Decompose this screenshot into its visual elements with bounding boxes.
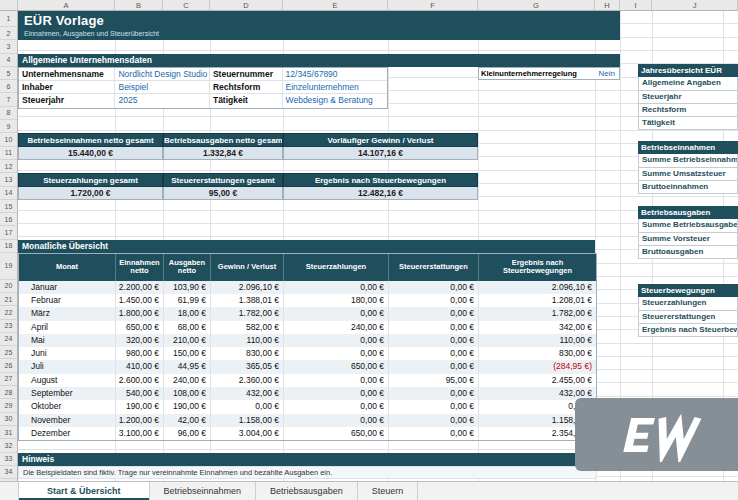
nav-link-bruttoeinnahmen[interactable]: Bruttoeinnahmen — [638, 181, 738, 194]
tax-payments-value[interactable]: 1.720,00 € — [18, 187, 163, 200]
cell-monat[interactable]: April — [19, 321, 116, 334]
preliminary-profit-value[interactable]: 14.107,16 € — [283, 147, 478, 160]
cell-einnahmen[interactable]: 540,00 € — [116, 387, 164, 400]
company-name-field[interactable]: Nordlicht Design Studio — [115, 68, 209, 81]
cell-gewinn[interactable]: 110,00 € — [211, 334, 284, 347]
nav-link-steuerjahr[interactable]: Steuerjahr — [638, 91, 738, 104]
tax-refunds-value[interactable]: 95,00 € — [163, 187, 283, 200]
row-header-cell[interactable]: 12 — [0, 160, 17, 173]
cell-erstattungen[interactable]: 0,00 € — [389, 281, 479, 294]
cell-gewinn[interactable]: 432,00 € — [211, 387, 284, 400]
nav-link-taetigkeit[interactable]: Tätigkeit — [638, 117, 738, 130]
row-header-cell[interactable]: 3 — [0, 40, 17, 53]
cell-ergebnis[interactable]: 1.208,01 € — [479, 294, 596, 307]
cell-ausgaben[interactable]: 42,00 € — [164, 414, 211, 427]
cell-ausgaben[interactable]: 103,90 € — [164, 281, 211, 294]
cell-ergebnis[interactable]: 110,00 € — [479, 334, 596, 347]
cell-monat[interactable]: März — [19, 307, 116, 320]
row-header-cell[interactable]: 32 — [0, 439, 17, 452]
cell-ausgaben[interactable]: 61,99 € — [164, 294, 211, 307]
cell-ergebnis[interactable]: 1.782,00 € — [479, 307, 596, 320]
tab-betriebseinnahmen[interactable]: Betriebseinnahmen — [150, 482, 257, 500]
row-header-cell[interactable]: 4 — [0, 54, 17, 67]
cell-einnahmen[interactable]: 1.800,00 € — [116, 307, 164, 320]
cell-erstattungen[interactable]: 0,00 € — [389, 307, 479, 320]
cell-gewinn[interactable]: 365,05 € — [211, 360, 284, 373]
tab-start-uebersicht[interactable]: Start & Übersicht — [18, 482, 150, 500]
cell-einnahmen[interactable]: 650,00 € — [116, 321, 164, 334]
cell-gewinn[interactable]: 582,00 € — [211, 321, 284, 334]
column-header-cell[interactable]: J — [652, 0, 738, 10]
row-header-cell[interactable]: 18 — [0, 240, 17, 253]
cell-ausgaben[interactable]: 96,00 € — [164, 427, 211, 440]
cell-zahlungen[interactable]: 650,00 € — [284, 360, 389, 373]
row-header-cell[interactable]: 17 — [0, 226, 17, 239]
cell-ergebnis[interactable]: 2.096,10 € — [479, 281, 596, 294]
cell-gewinn[interactable]: 830,00 € — [211, 347, 284, 360]
column-header-cell[interactable]: B — [115, 0, 163, 10]
cell-zahlungen[interactable]: 0,00 € — [284, 307, 389, 320]
row-header-cell[interactable]: 21 — [0, 293, 17, 306]
column-header-cell[interactable]: H — [595, 0, 620, 10]
nav-link-summe-umsatzsteuer[interactable]: Summe Umsatzsteuer — [638, 168, 738, 181]
row-header-cell[interactable]: 34 — [0, 466, 17, 479]
nav-link-ergebnis-nach-steuern[interactable]: Ergebnis nach Steuerbewegungen — [638, 324, 738, 337]
cell-ausgaben[interactable]: 210,00 € — [164, 334, 211, 347]
cell-zahlungen[interactable]: 0,00 € — [284, 334, 389, 347]
row-header-cell[interactable]: 2 — [0, 27, 17, 40]
cell-monat[interactable]: Dezember — [19, 427, 116, 440]
cell-monat[interactable]: Januar — [19, 281, 116, 294]
cell-einnahmen[interactable]: 320,00 € — [116, 334, 164, 347]
row-header-cell[interactable]: 11 — [0, 147, 17, 160]
column-header-cell[interactable]: D — [210, 0, 283, 10]
cell-ausgaben[interactable]: 240,00 € — [164, 374, 211, 387]
row-header-cell[interactable]: 6 — [0, 80, 17, 93]
cell-einnahmen[interactable]: 1.200,00 € — [116, 414, 164, 427]
cell-zahlungen[interactable]: 0,00 € — [284, 281, 389, 294]
row-header-cell[interactable]: 20 — [0, 280, 17, 293]
cell-ausgaben[interactable]: 190,00 € — [164, 400, 211, 413]
row-header-cell[interactable]: 25 — [0, 346, 17, 359]
cell-zahlungen[interactable]: 0,00 € — [284, 387, 389, 400]
cell-ausgaben[interactable]: 44,95 € — [164, 360, 211, 373]
cell-gewinn[interactable]: 1.158,00 € — [211, 414, 284, 427]
cell-zahlungen[interactable]: 0,00 € — [284, 400, 389, 413]
cell-gewinn[interactable]: 2.360,00 € — [211, 374, 284, 387]
cell-monat[interactable]: Februar — [19, 294, 116, 307]
cell-monat[interactable]: November — [19, 414, 116, 427]
result-after-tax-value[interactable]: 12.482,16 € — [283, 187, 478, 200]
tax-number-field[interactable]: 12/345/67890 — [283, 68, 387, 81]
cell-ergebnis[interactable]: 830,00 € — [479, 347, 596, 360]
cell-monat[interactable]: Juni — [19, 347, 116, 360]
cell-monat[interactable]: Juli — [19, 360, 116, 373]
cell-zahlungen[interactable]: 240,00 € — [284, 321, 389, 334]
row-header-cell[interactable]: 15 — [0, 200, 17, 213]
row-header-cell[interactable]: 26 — [0, 359, 17, 372]
row-header-cell[interactable]: 1 — [0, 11, 17, 27]
column-header-cell[interactable]: E — [283, 0, 388, 10]
nav-link-summe-vorsteuer[interactable]: Summe Vorsteuer — [638, 233, 738, 246]
activity-field[interactable]: Webdesign & Beratung — [283, 94, 387, 107]
cell-einnahmen[interactable]: 2.200,00 € — [116, 281, 164, 294]
row-header-cell[interactable]: 14 — [0, 187, 17, 200]
legal-form-field[interactable]: Einzelunternehmen — [283, 81, 387, 94]
cell-gewinn[interactable]: 1.782,00 € — [211, 307, 284, 320]
small-business-rule-field[interactable]: Nein — [594, 68, 619, 79]
row-header-cell[interactable]: 29 — [0, 399, 17, 412]
row-header-cell[interactable]: 23 — [0, 320, 17, 333]
row-header-cell[interactable]: 7 — [0, 93, 17, 106]
cell-monat[interactable]: August — [19, 374, 116, 387]
row-header-cell[interactable]: 9 — [0, 120, 17, 133]
cell-erstattungen[interactable]: 0,00 € — [389, 427, 479, 440]
column-header-cell[interactable]: A — [18, 0, 115, 10]
select-all-corner[interactable] — [0, 0, 18, 10]
cell-zahlungen[interactable]: 0,00 € — [284, 414, 389, 427]
row-header-cell[interactable]: 22 — [0, 306, 17, 319]
row-header-cell[interactable]: 24 — [0, 333, 17, 346]
row-header-cell[interactable]: 5 — [0, 67, 17, 80]
cell-monat[interactable]: Oktober — [19, 400, 116, 413]
owner-field[interactable]: Beispiel — [115, 81, 209, 94]
row-header-cell[interactable]: 27 — [0, 373, 17, 386]
tab-steuern[interactable]: Steuern — [358, 482, 419, 500]
cell-einnahmen[interactable]: 190,00 € — [116, 400, 164, 413]
